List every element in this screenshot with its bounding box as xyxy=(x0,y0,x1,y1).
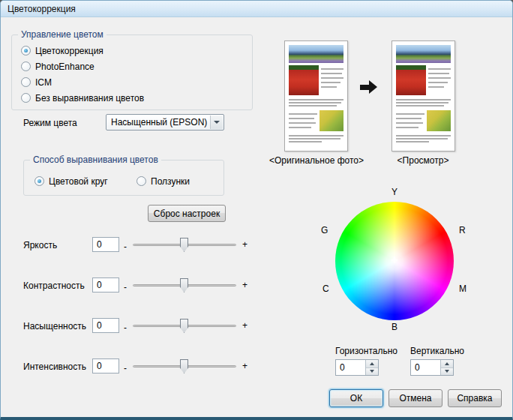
horizontal-input[interactable] xyxy=(337,361,364,374)
spin-up-icon[interactable] xyxy=(366,360,378,368)
group-label: Управление цветом xyxy=(18,29,106,40)
dialog-body: Управление цветом Цветокоррекция PhotoEn… xyxy=(1,17,512,417)
vertical-label: Вертикально xyxy=(410,346,464,356)
plus-label: + xyxy=(242,320,248,331)
vertical-spinner xyxy=(410,359,454,376)
saturation-input[interactable] xyxy=(92,318,119,333)
text-lines xyxy=(289,110,317,131)
spin-down-icon[interactable] xyxy=(366,368,378,376)
chevron-down-icon[interactable] xyxy=(210,116,223,129)
spin-down-icon[interactable] xyxy=(441,368,453,376)
wheel-label-green: G xyxy=(321,225,328,236)
wheel-label-yellow: Y xyxy=(335,187,454,197)
radio-option-sliders[interactable]: Ползунки xyxy=(136,176,190,187)
radio-icon xyxy=(21,93,31,103)
reset-settings-button[interactable]: Сброс настроек xyxy=(148,205,226,222)
radio-option-color-circle[interactable]: Цветовой круг xyxy=(34,176,108,187)
saturation-row: Насыщенность - + xyxy=(23,318,250,334)
radio-label: Цветовой круг xyxy=(49,176,108,187)
poppy-field-photo xyxy=(289,65,319,95)
original-photo-thumbnail xyxy=(284,40,348,152)
wheel-label-cyan: C xyxy=(322,284,329,294)
saturation-slider[interactable] xyxy=(133,318,236,334)
preview-caption: <Просмотр> xyxy=(382,155,464,166)
color-correction-dialog: Цветокоррекция Управление цветом Цветоко… xyxy=(0,0,513,420)
radio-label: ICM xyxy=(35,77,52,88)
adjustment-method-group: Способ выравнивания цветов Цветовой круг… xyxy=(23,160,224,196)
radio-option-color-correction[interactable]: Цветокоррекция xyxy=(21,45,104,56)
spin-up-icon[interactable] xyxy=(441,360,453,368)
radio-checked-icon xyxy=(21,46,31,56)
density-input[interactable] xyxy=(92,358,119,374)
radio-label: Ползунки xyxy=(151,176,190,187)
radio-icon xyxy=(21,62,31,71)
radio-label: PhotoEnhance xyxy=(35,62,94,72)
poppy-field-photo xyxy=(396,65,426,95)
color-wheel[interactable]: + xyxy=(335,202,454,320)
help-button[interactable]: Справка xyxy=(448,389,502,407)
landscape-photo xyxy=(289,45,344,63)
minus-label: - xyxy=(124,363,127,374)
minus-label: - xyxy=(124,322,127,333)
plus-label: + xyxy=(242,239,248,250)
vertical-input[interactable] xyxy=(412,361,439,374)
text-lines xyxy=(428,65,451,95)
brightness-row: Яркость - + xyxy=(23,237,250,254)
wheel-label-red: R xyxy=(459,225,466,236)
text-lines xyxy=(396,110,424,131)
original-photo-caption: <Оригинальное фото> xyxy=(269,155,362,166)
density-slider[interactable] xyxy=(133,358,236,375)
titlebar[interactable]: Цветокоррекция xyxy=(1,1,512,17)
radio-icon xyxy=(136,176,146,186)
minus-label: - xyxy=(124,242,127,252)
horizontal-spinner xyxy=(335,359,379,376)
color-mode-label: Режим цвета xyxy=(23,118,77,128)
color-management-group: Управление цветом Цветокоррекция PhotoEn… xyxy=(11,34,253,110)
contrast-input[interactable] xyxy=(92,278,119,292)
flower-photo xyxy=(427,110,451,131)
slider-thumb[interactable] xyxy=(180,278,188,292)
brightness-label: Яркость xyxy=(23,240,57,250)
text-lines xyxy=(396,98,451,108)
cancel-button[interactable]: Отмена xyxy=(388,389,442,407)
minus-label: - xyxy=(124,282,127,292)
wheel-label-blue: B xyxy=(335,322,454,332)
slider-thumb[interactable] xyxy=(180,359,188,374)
radio-option-photoenhance[interactable]: PhotoEnhance xyxy=(21,61,94,72)
density-label: Интенсивность xyxy=(23,362,86,372)
horizontal-label: Горизонтально xyxy=(335,346,398,356)
color-mode-dropdown[interactable]: Насыщенный (EPSON) xyxy=(106,114,224,130)
preview-photo-thumbnail xyxy=(392,40,455,152)
contrast-label: Контрастность xyxy=(23,280,85,291)
slider-thumb[interactable] xyxy=(180,238,188,252)
wheel-label-magenta: M xyxy=(459,284,466,294)
group-label: Способ выравнивания цветов xyxy=(30,154,161,165)
saturation-label: Насыщенность xyxy=(23,321,86,332)
window-title: Цветокоррекция xyxy=(8,4,76,14)
text-lines xyxy=(289,134,344,144)
text-lines xyxy=(321,65,344,95)
radio-option-no-color-adjustment[interactable]: Без выравнивания цветов xyxy=(21,92,144,104)
ok-button[interactable]: ОК xyxy=(329,389,383,407)
contrast-slider[interactable] xyxy=(133,278,236,294)
contrast-row: Контрастность - + xyxy=(23,278,250,294)
plus-label: + xyxy=(242,361,248,371)
radio-icon xyxy=(21,77,31,87)
arrow-right-icon xyxy=(360,80,378,94)
wheel-cursor-icon[interactable]: + xyxy=(391,254,398,267)
color-mode-value: Насыщенный (EPSON) xyxy=(111,117,207,128)
text-lines xyxy=(396,134,451,144)
radio-option-icm[interactable]: ICM xyxy=(21,76,52,88)
radio-label: Цветокоррекция xyxy=(35,46,104,56)
brightness-input[interactable] xyxy=(92,237,119,252)
flower-photo xyxy=(320,110,344,131)
text-lines xyxy=(289,98,344,108)
density-row: Интенсивность - + xyxy=(23,358,250,375)
slider-thumb[interactable] xyxy=(180,319,188,333)
plus-label: + xyxy=(242,280,248,290)
landscape-photo xyxy=(396,45,451,63)
brightness-slider[interactable] xyxy=(133,237,236,254)
radio-label: Без выравнивания цветов xyxy=(35,93,144,104)
radio-checked-icon xyxy=(34,176,44,186)
